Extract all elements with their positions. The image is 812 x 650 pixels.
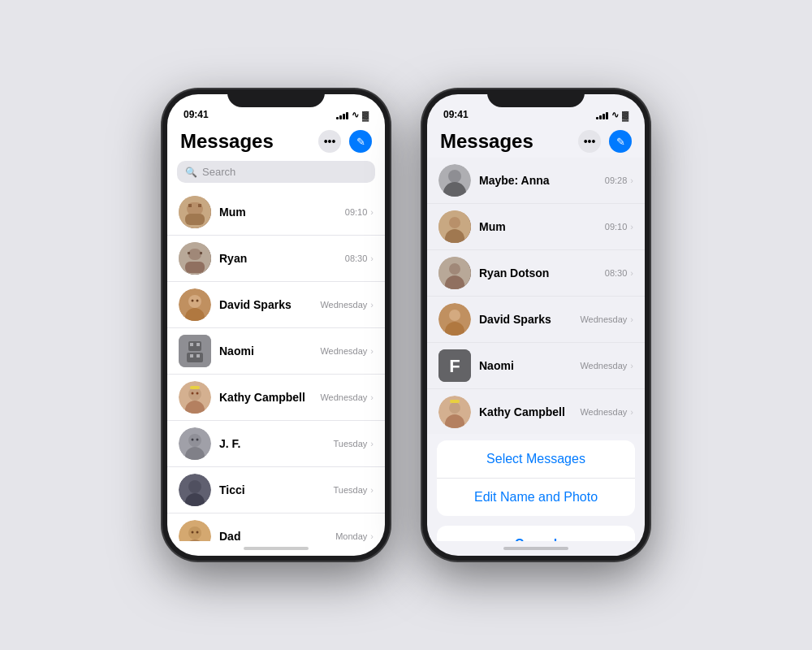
battery-icon-2: ▓ (622, 110, 628, 120)
svg-point-56 (449, 402, 460, 414)
message-name-david-1: David Sparks (219, 298, 292, 311)
svg-rect-21 (197, 354, 200, 358)
status-icons-2: ∿ ▓ (596, 110, 628, 120)
messages-list-2: Maybe: Anna 09:28 › (427, 158, 645, 434)
svg-point-48 (449, 263, 460, 275)
message-row-anna-2[interactable]: Maybe: Anna 09:28 › (427, 158, 645, 204)
search-bar-1[interactable]: 🔍 Search (177, 161, 375, 183)
app-content-2: Messages ••• ✎ (427, 124, 645, 541)
avatar-david-2 (438, 303, 471, 336)
message-row-mum-2[interactable]: Mum 09:10 › (427, 204, 645, 250)
compose-button-1[interactable]: ✎ (349, 130, 372, 153)
chevron-mum-2: › (630, 222, 633, 232)
chevron-anna-2: › (630, 176, 633, 185)
svg-point-11 (188, 295, 201, 308)
context-menu-2: Select Messages Edit Name and Photo (437, 440, 635, 516)
message-time-david-1: Wednesday (320, 300, 367, 310)
status-icons-1: ∿ ▓ (336, 110, 369, 120)
message-row-ticci-1[interactable]: Ticci Tuesday › (167, 467, 385, 514)
search-icon-1: 🔍 (185, 167, 197, 178)
home-indicator-1 (167, 541, 385, 556)
message-name-ryan-1: Ryan (219, 252, 247, 265)
message-row-ryan-2[interactable]: Ryan Dotson 08:30 › (427, 250, 645, 297)
cancel-button-2[interactable]: Cancel (437, 526, 635, 541)
message-row-naomi-1[interactable]: Naomi Wednesday › (167, 328, 385, 375)
chevron-david-1: › (370, 300, 374, 310)
message-row-ryan-1[interactable]: Ryan 08:30 › (167, 236, 385, 282)
message-info-ryan-1: Ryan 08:30 › (219, 252, 374, 265)
message-row-naomi-2[interactable]: F Naomi Wednesday › (427, 343, 645, 389)
header-2: Messages ••• ✎ (427, 124, 645, 158)
chevron-naomi-2: › (630, 361, 633, 370)
svg-rect-2 (185, 214, 205, 225)
svg-rect-8 (188, 252, 190, 254)
message-time-ryan-2: 08:30 (605, 268, 628, 278)
svg-rect-4 (198, 204, 201, 207)
message-time-naomi-2: Wednesday (580, 361, 627, 370)
message-name-mum-2: Mum (479, 220, 506, 233)
message-name-jf-1: J. F. (219, 437, 240, 450)
svg-rect-19 (197, 343, 200, 346)
select-messages-button[interactable]: Select Messages (437, 440, 635, 479)
message-row-kathy-1[interactable]: Kathy Campbell Wednesday › (167, 375, 385, 421)
svg-text:F: F (449, 356, 460, 376)
message-name-naomi-2: Naomi (479, 359, 514, 372)
chevron-kathy-2: › (630, 407, 633, 417)
message-time-jf-1: Tuesday (334, 439, 368, 448)
message-name-anna-2: Maybe: Anna (479, 174, 550, 187)
svg-rect-7 (185, 262, 205, 273)
chevron-naomi-1: › (370, 346, 374, 356)
svg-point-13 (192, 300, 194, 302)
wifi-icon-1: ∿ (352, 110, 359, 120)
avatar-naomi-1 (179, 335, 211, 367)
svg-rect-17 (187, 353, 203, 362)
home-indicator-2 (427, 541, 645, 556)
message-info-ryan-2: Ryan Dotson 08:30 › (479, 266, 633, 280)
header-1: Messages ••• ✎ (167, 124, 385, 158)
more-button-1[interactable]: ••• (318, 130, 341, 153)
message-row-mum-1[interactable]: Mum 09:10 › (167, 189, 385, 236)
message-row-jf-1[interactable]: J. F. Tuesday › (167, 421, 385, 467)
chevron-kathy-1: › (370, 392, 374, 402)
chevron-ryan-1: › (370, 254, 374, 263)
message-name-ryan-2: Ryan Dotson (479, 266, 549, 280)
battery-icon-1: ▓ (362, 110, 369, 120)
search-placeholder-1: Search (202, 166, 235, 178)
avatar-david-1 (179, 288, 211, 321)
message-time-kathy-2: Wednesday (580, 407, 627, 417)
status-time-1: 09:41 (184, 109, 209, 120)
home-bar-1 (244, 547, 309, 550)
header-title-2: Messages (440, 130, 533, 153)
svg-rect-20 (190, 354, 193, 358)
avatar-jf-1 (179, 427, 211, 460)
message-row-kathy-2[interactable]: Kathy Campbell Wednesday › (427, 389, 645, 434)
svg-point-26 (197, 392, 199, 395)
more-button-2[interactable]: ••• (578, 130, 601, 153)
phone-1: 09:41 ∿ ▓ Messages ••• ✎ (162, 89, 390, 561)
header-icons-2: ••• ✎ (578, 130, 632, 153)
svg-point-31 (192, 439, 194, 441)
status-time-2: 09:41 (443, 109, 469, 120)
svg-rect-6 (188, 249, 201, 260)
phone-2: 09:41 ∿ ▓ Messages ••• ✎ (422, 89, 650, 561)
app-content-1: Messages ••• ✎ 🔍 Search (167, 124, 385, 541)
compose-button-2[interactable]: ✎ (609, 130, 632, 153)
message-info-jf-1: J. F. Tuesday › (219, 437, 374, 450)
messages-list-1: Mum 09:10 › (167, 189, 385, 541)
message-time-david-2: Wednesday (580, 314, 627, 324)
edit-name-photo-button[interactable]: Edit Name and Photo (437, 479, 635, 516)
message-row-david-2[interactable]: David Sparks Wednesday › (427, 297, 645, 343)
avatar-ryan-2 (438, 257, 471, 289)
message-time-anna-2: 09:28 (605, 176, 628, 185)
avatar-kathy-1 (179, 381, 211, 414)
message-info-mum-1: Mum 09:10 › (219, 206, 374, 219)
message-row-dad-1[interactable]: Dad Monday › (167, 514, 385, 541)
message-info-dad-1: Dad Monday › (219, 530, 374, 541)
message-row-david-1[interactable]: David Sparks Wednesday › (167, 282, 385, 328)
home-bar-2 (503, 547, 568, 550)
svg-rect-58 (450, 400, 460, 403)
message-info-kathy-1: Kathy Campbell Wednesday › (219, 391, 374, 404)
avatar-ryan-1 (179, 242, 211, 275)
message-time-dad-1: Monday (335, 531, 367, 541)
message-time-naomi-1: Wednesday (320, 346, 367, 356)
